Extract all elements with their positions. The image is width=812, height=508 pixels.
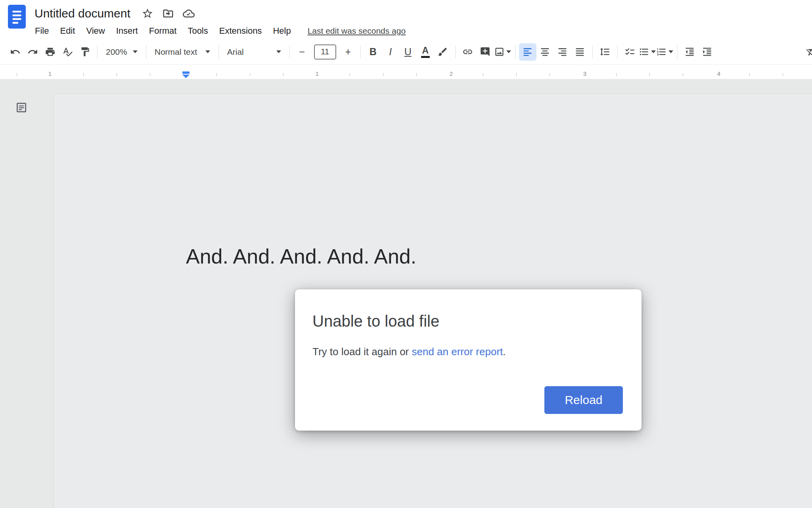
menu-insert[interactable]: Insert [111, 24, 144, 38]
menu-file[interactable]: File [29, 24, 54, 38]
menu-bar: File Edit View Insert Format Tools Exten… [29, 23, 406, 39]
indent-marker[interactable] [182, 71, 190, 78]
link-icon [462, 46, 473, 57]
chevron-down-icon [276, 50, 281, 53]
header-main: Untitled document File [34, 4, 406, 39]
document-text[interactable]: And. And. And. And. And. [186, 244, 416, 268]
chevron-down-icon [205, 50, 210, 53]
increase-font-size-button[interactable]: + [339, 43, 357, 61]
ruler-label: 4 [715, 70, 723, 77]
google-docs-app: Untitled document File [0, 0, 812, 508]
reload-button[interactable]: Reload [544, 386, 623, 414]
move-folder-icon[interactable] [162, 8, 174, 19]
zoom-value: 200% [106, 47, 127, 57]
underline-button[interactable]: U [399, 43, 417, 61]
text-color-button[interactable]: A [417, 43, 434, 61]
add-comment-button[interactable] [477, 43, 494, 61]
toolbar-separator [677, 45, 678, 59]
align-right-icon [557, 46, 568, 57]
align-left-icon [522, 46, 533, 57]
title-icons [142, 8, 195, 19]
menu-help[interactable]: Help [267, 24, 296, 38]
add-comment-icon [480, 46, 490, 57]
minus-icon: − [299, 46, 305, 58]
line-spacing-icon [599, 46, 610, 57]
tabs-outline-button[interactable] [12, 98, 31, 117]
spellcheck-button[interactable] [59, 43, 76, 61]
bold-button[interactable]: B [364, 43, 382, 61]
ruler-label: 2 [447, 70, 455, 77]
highlight-color-button[interactable] [434, 43, 452, 61]
bulleted-list-button[interactable] [639, 43, 656, 61]
align-justify-icon [575, 46, 585, 57]
print-icon [45, 46, 56, 57]
clear-formatting-button[interactable] [802, 43, 812, 61]
undo-icon [10, 46, 21, 57]
document-page[interactable]: And. And. And. And. And. Unable to load … [54, 93, 812, 508]
decrease-indent-button[interactable] [681, 43, 699, 61]
outline-icon [15, 101, 28, 114]
undo-button[interactable] [6, 43, 24, 61]
insert-image-button[interactable] [494, 43, 511, 61]
line-spacing-button[interactable] [596, 43, 614, 61]
cloud-saved-icon[interactable] [183, 8, 195, 19]
last-edit-link[interactable]: Last edit was seconds ago [308, 26, 406, 36]
image-icon [494, 46, 505, 57]
first-line-indent-marker[interactable] [182, 71, 190, 74]
bulleted-list-icon [639, 46, 649, 57]
paint-format-button[interactable] [76, 43, 94, 61]
increase-indent-icon [702, 46, 712, 57]
left-indent-marker[interactable] [182, 75, 190, 78]
decrease-font-size-button[interactable]: − [293, 43, 311, 61]
menu-tools[interactable]: Tools [182, 24, 213, 38]
print-button[interactable] [41, 43, 59, 61]
title-row: Untitled document [34, 4, 406, 23]
unable-to-load-dialog: Unable to load file Try to load it again… [295, 289, 642, 431]
insert-link-button[interactable] [459, 43, 477, 61]
toolbar-separator [617, 45, 618, 59]
menu-edit[interactable]: Edit [54, 24, 80, 38]
toolbar-separator [592, 45, 593, 59]
font-size-input[interactable]: 11 [314, 44, 336, 60]
star-icon[interactable] [142, 8, 153, 19]
align-center-icon [540, 46, 550, 57]
spellcheck-icon [62, 46, 73, 57]
toolbar-separator [455, 45, 456, 59]
document-title[interactable]: Untitled document [34, 7, 130, 20]
chevron-down-icon [651, 50, 656, 53]
numbered-list-button[interactable] [656, 43, 674, 61]
menu-view[interactable]: View [80, 24, 110, 38]
toolbar-separator [289, 45, 290, 59]
italic-button[interactable]: I [382, 43, 399, 61]
bold-icon: B [370, 46, 377, 58]
paragraph-style-select[interactable]: Normal text [150, 43, 215, 61]
chevron-down-icon [133, 50, 138, 53]
menu-extensions[interactable]: Extensions [214, 24, 268, 38]
ruler-label: 1 [46, 70, 54, 77]
menu-format[interactable]: Format [144, 24, 182, 38]
dialog-body-prefix: Try to load it again or [312, 346, 412, 358]
docs-logo-icon[interactable] [8, 5, 26, 29]
font-value: Arial [227, 47, 244, 57]
dialog-body: Try to load it again or send an error re… [312, 346, 623, 358]
ruler-label: 1 [313, 70, 321, 77]
toolbar-separator [515, 45, 515, 59]
header: Untitled document File [0, 0, 812, 39]
font-family-select[interactable]: Arial [222, 43, 286, 61]
dialog-title: Unable to load file [312, 312, 623, 331]
align-right-button[interactable] [554, 43, 571, 61]
redo-icon [27, 46, 38, 57]
zoom-select[interactable]: 200% [101, 43, 142, 61]
redo-button[interactable] [24, 43, 41, 61]
decrease-indent-icon [684, 46, 695, 57]
ruler[interactable]: 1 1 2 3 4 [0, 65, 812, 79]
checklist-button[interactable] [621, 43, 639, 61]
align-justify-button[interactable] [571, 43, 589, 61]
toolbar-separator [97, 45, 98, 59]
highlighter-icon [437, 46, 448, 57]
numbered-list-icon [656, 46, 667, 57]
align-center-button[interactable] [536, 43, 554, 61]
error-report-link[interactable]: send an error report [412, 346, 503, 358]
increase-indent-button[interactable] [699, 43, 716, 61]
align-left-button[interactable] [519, 43, 536, 61]
